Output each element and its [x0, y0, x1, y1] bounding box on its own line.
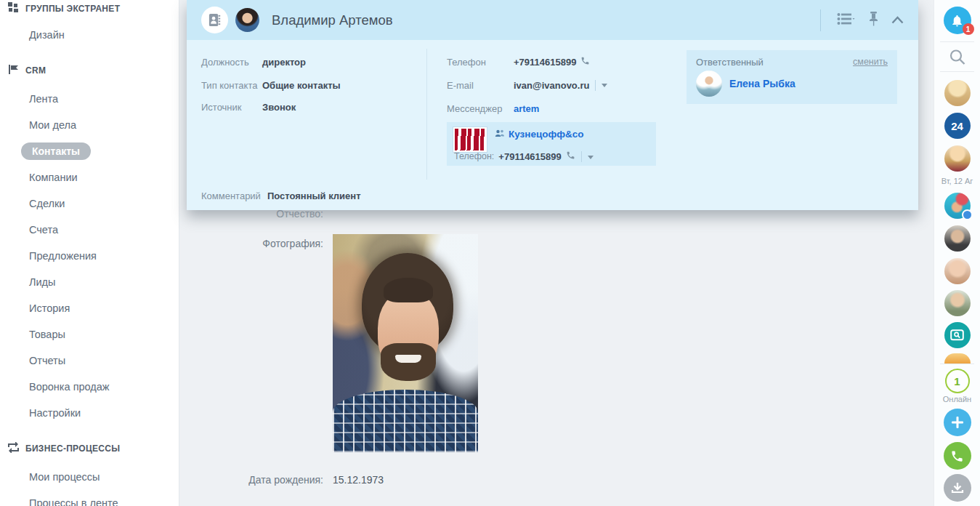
- crm-flag-icon: [8, 64, 19, 77]
- search-button[interactable]: [949, 49, 965, 68]
- responsible-label: Ответственный: [696, 57, 764, 68]
- email-divider: [595, 80, 596, 91]
- phone-value[interactable]: +79114615899: [514, 56, 576, 68]
- sidebar-item-my-processes[interactable]: Мои процессы: [0, 464, 179, 490]
- comment-value: Постоянный клиент: [267, 190, 361, 201]
- company-people-icon: [495, 129, 505, 140]
- user-avatar[interactable]: [944, 353, 971, 364]
- phone-dropdown-caret[interactable]: [588, 156, 594, 159]
- selected-item-pill: Контакты: [21, 142, 91, 160]
- sidebar-item-leads[interactable]: Лиды: [0, 269, 179, 295]
- plus-icon: [951, 416, 964, 429]
- field-label: Мессенджер: [447, 103, 514, 115]
- download-icon: [951, 481, 964, 494]
- sidebar-item-products[interactable]: Товары: [0, 321, 179, 348]
- field-comment: Комментарий Постоянный клиент: [201, 190, 361, 201]
- company-phone-row: Телефон: +79114615899: [454, 150, 594, 162]
- sidebar-item-feed-processes[interactable]: Процессы в ленте: [0, 490, 179, 506]
- field-messenger: Мессенджер artem: [447, 103, 659, 115]
- photo-label: Фотография:: [180, 238, 323, 249]
- field-position: Должность директор: [201, 56, 419, 68]
- status-mini-badge: [962, 209, 973, 220]
- screen-share-button[interactable]: [944, 322, 971, 348]
- sidebar-section-extranet: ГРУППЫ ЭКСТРАНЕТ: [0, 1, 179, 16]
- collapse-chevron-icon[interactable]: [891, 14, 904, 27]
- notification-badge: 1: [963, 23, 974, 35]
- rail-date-label: Вт, 12 Аг: [941, 177, 973, 185]
- bell-icon: [950, 14, 964, 28]
- photo-plaid-shirt: [333, 390, 478, 452]
- user-avatar[interactable]: [944, 193, 971, 219]
- sidebar-section-business-processes: БИЗНЕС-ПРОЦЕССЫ: [0, 441, 179, 456]
- header-divider: [820, 9, 821, 31]
- download-app-button[interactable]: [944, 474, 971, 502]
- field-phone: Телефон +79114615899: [447, 56, 659, 68]
- responsible-avatar: [696, 71, 722, 97]
- processes-sync-icon: [8, 442, 19, 455]
- right-rail: 1 24 Вт, 12 Аг 1 Онлайн: [934, 0, 980, 506]
- contact-avatar: [235, 8, 259, 32]
- notifications-button[interactable]: 1: [944, 7, 971, 34]
- photo-smile: [395, 355, 421, 363]
- field-label: Должность: [201, 56, 262, 68]
- call-icon[interactable]: [580, 56, 590, 68]
- rail-divider: [940, 71, 974, 72]
- field-email: E-mail ivan@ivanovo.ru: [447, 79, 659, 92]
- sidebar-section-label: CRM: [25, 65, 46, 76]
- call-icon[interactable]: [566, 150, 575, 162]
- sidebar-item-my-tasks[interactable]: Мои дела: [0, 112, 179, 138]
- online-counter[interactable]: 1: [945, 369, 970, 393]
- rail-divider: [940, 364, 974, 364]
- field-value: Общие контакты: [262, 79, 341, 92]
- sidebar-item-quotes[interactable]: Предложения: [0, 243, 179, 269]
- user-avatar[interactable]: [944, 145, 971, 172]
- user-avatar[interactable]: [944, 258, 971, 284]
- company-phone-value[interactable]: +79114615899: [498, 151, 561, 162]
- email-dropdown-caret[interactable]: [602, 84, 607, 87]
- field-label: Телефон: [447, 56, 514, 68]
- sidebar-item-contacts[interactable]: Контакты: [0, 138, 179, 164]
- left-sidebar: ГРУППЫ ЭКСТРАНЕТ Дизайн CRM Лента Мои де…: [0, 0, 179, 506]
- field-value: Звонок: [262, 101, 296, 113]
- contact-name-title: Владимир Артемов: [272, 12, 393, 28]
- sidebar-item-design[interactable]: Дизайн: [0, 22, 179, 48]
- extranet-groups-icon: [8, 2, 19, 15]
- sidebar-section-label: ГРУППЫ ЭКСТРАНЕТ: [25, 4, 120, 14]
- responsible-name-link[interactable]: Елена Рыбка: [729, 78, 795, 89]
- sidebar-item-deals[interactable]: Сделки: [0, 190, 179, 217]
- pin-icon[interactable]: [869, 12, 878, 29]
- popup-body: Должность директор Тип контакта Общие ко…: [187, 40, 918, 210]
- sidebar-item-settings[interactable]: Настройки: [0, 400, 179, 426]
- contact-photo: [333, 234, 478, 452]
- bitrix24-logo[interactable]: 24: [944, 113, 971, 139]
- sidebar-item-sales-funnel[interactable]: Воронка продаж: [0, 374, 179, 400]
- view-settings-icon[interactable]: [837, 12, 856, 28]
- user-avatar[interactable]: [944, 80, 971, 106]
- sidebar-item-companies[interactable]: Компании: [0, 164, 179, 190]
- user-avatar[interactable]: [944, 290, 971, 316]
- call-button[interactable]: [944, 442, 971, 470]
- contact-summary-popup: Владимир Артемов Должность директор Тип …: [187, 0, 918, 210]
- sidebar-section-crm: CRM: [0, 63, 179, 78]
- company-logo: [453, 126, 487, 153]
- sidebar-item-history[interactable]: История: [0, 295, 179, 321]
- responsible-card: Ответственный сменить Елена Рыбка: [687, 50, 897, 104]
- photo-hair-fringe: [384, 278, 433, 302]
- popup-header: Владимир Артемов: [187, 0, 918, 40]
- sidebar-item-invoices[interactable]: Счета: [0, 217, 179, 243]
- phone-divider: [581, 151, 582, 162]
- company-logo-stripes: [455, 129, 485, 150]
- add-button[interactable]: [944, 409, 971, 436]
- user-avatar[interactable]: [944, 225, 971, 252]
- comment-label: Комментарий: [201, 190, 261, 201]
- sidebar-item-feed[interactable]: Лента: [0, 86, 179, 112]
- messenger-link[interactable]: artem: [514, 103, 539, 115]
- field-label: Тип контакта: [201, 79, 262, 92]
- field-value: директор: [262, 56, 306, 68]
- change-responsible-link[interactable]: сменить: [853, 57, 888, 68]
- search-icon: [949, 49, 965, 65]
- company-card: Кузнецофф&co Телефон: +79114615899: [447, 122, 656, 166]
- email-value[interactable]: ivan@ivanovo.ru: [514, 79, 589, 92]
- sidebar-item-reports[interactable]: Отчеты: [0, 348, 179, 374]
- company-name-link[interactable]: Кузнецофф&co: [509, 129, 584, 140]
